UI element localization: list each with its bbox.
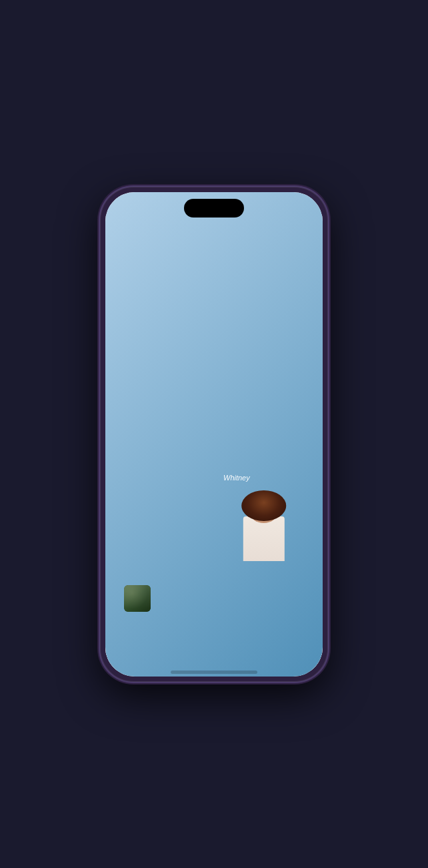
phone-frame: 4:50 5GU 29: [100, 187, 328, 682]
mini-player-album-art: [124, 585, 151, 612]
scroll-content[interactable]: Edit Library Playlists ›: [105, 218, 323, 572]
screen: 4:50 5GU 29: [105, 192, 323, 677]
home-indicator: [171, 671, 257, 674]
dynamic-island: [184, 199, 244, 218]
whitney-text: Whitney: [223, 474, 250, 482]
